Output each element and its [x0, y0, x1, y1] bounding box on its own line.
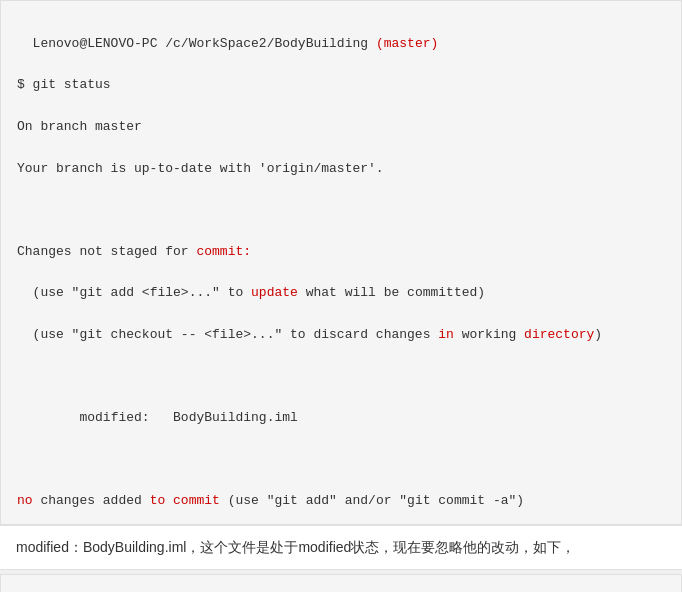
changes-not-staged: Changes not staged for — [17, 244, 196, 259]
prompt-1: Lenovo@LENOVO-PC /c/WorkSpace2/BodyBuild… — [33, 36, 376, 51]
code-block-1: Lenovo@LENOVO-PC /c/WorkSpace2/BodyBuild… — [0, 0, 682, 525]
code-block-2: Lenovo@LENOVO-PC /c/WorkSpace2/BodyBuild… — [0, 574, 682, 592]
cmd-git-status-1: $ git status — [17, 77, 111, 92]
prose-section: modified：BodyBuilding.iml，这个文件是处于modifie… — [0, 525, 682, 569]
branch-line: On branch master — [17, 119, 142, 134]
prose-text: modified：BodyBuilding.iml，这个文件是处于modifie… — [16, 539, 575, 555]
uptodate-line: Your branch is up-to-date with 'origin/m… — [17, 161, 384, 176]
modified-line: modified: BodyBuilding.iml — [17, 410, 298, 425]
